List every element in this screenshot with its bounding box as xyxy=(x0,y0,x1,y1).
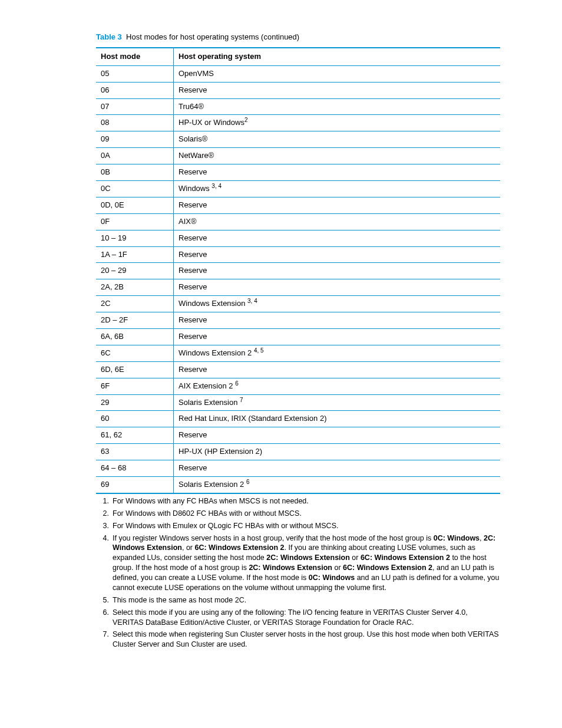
table-row: 0FAIX® xyxy=(96,213,500,230)
cell-host-mode: 0C xyxy=(96,181,174,197)
table-row: 6CWindows Extension 2 4, 5 xyxy=(96,345,500,361)
cell-host-mode: 6D, 6E xyxy=(96,361,174,378)
footnote-ref: 6 xyxy=(235,380,239,386)
footnote-number: 4. xyxy=(96,533,113,593)
cell-host-mode: 0B xyxy=(96,164,174,181)
footnote-text: For Windows with D8602 FC HBAs with or w… xyxy=(113,509,500,519)
table-row: 2D – 2FReserve xyxy=(96,312,500,329)
cell-host-os: Red Hat Linux, IRIX (Standard Extension … xyxy=(174,411,501,427)
footnote-number: 2. xyxy=(96,509,113,519)
cell-host-mode: 61, 62 xyxy=(96,427,174,444)
cell-host-mode: 09 xyxy=(96,131,174,148)
cell-host-os: Reserve xyxy=(174,197,501,213)
footnote: 1.For Windows with any FC HBAs when MSCS… xyxy=(96,496,500,506)
footnote: 7.Select this mode when registering Sun … xyxy=(96,630,500,650)
table-row: 63HP-UX (HP Extension 2) xyxy=(96,444,500,460)
table-caption: Table 3 Host modes for host operating sy… xyxy=(96,32,500,42)
column-header-os: Host operating system xyxy=(174,48,501,65)
table-row: 07Tru64® xyxy=(96,98,500,115)
table-row: 61, 62Reserve xyxy=(96,427,500,444)
footnote-text: For Windows with any FC HBAs when MSCS i… xyxy=(113,496,500,506)
column-header-mode: Host mode xyxy=(96,48,174,65)
footnote: 2.For Windows with D8602 FC HBAs with or… xyxy=(96,509,500,519)
cell-host-os: Solaris Extension 7 xyxy=(174,394,501,411)
table-label: Table 3 xyxy=(96,32,122,41)
cell-host-mode: 20 – 29 xyxy=(96,263,174,279)
cell-host-mode: 29 xyxy=(96,394,174,411)
cell-host-os: Windows Extension 3, 4 xyxy=(174,296,501,312)
cell-host-os: Solaris® xyxy=(174,131,501,148)
cell-host-os: HP-UX or Windows2 xyxy=(174,115,501,131)
table-row: 0D, 0EReserve xyxy=(96,197,500,213)
table-row: 6FAIX Extension 2 6 xyxy=(96,378,500,394)
footnote-text: For Windows with Emulex or QLogic FC HBA… xyxy=(113,521,500,531)
footnotes: 1.For Windows with any FC HBAs when MSCS… xyxy=(96,496,500,650)
table-row: 08HP-UX or Windows2 xyxy=(96,115,500,131)
table-row: 1A – 1FReserve xyxy=(96,246,500,263)
table-row: 2A, 2BReserve xyxy=(96,279,500,296)
cell-host-os: Tru64® xyxy=(174,98,501,115)
footnote-number: 6. xyxy=(96,608,113,628)
table-row: 09Solaris® xyxy=(96,131,500,148)
cell-host-mode: 6C xyxy=(96,345,174,361)
cell-host-mode: 2C xyxy=(96,296,174,312)
footnote-text: Select this mode if you are using any of… xyxy=(113,608,500,628)
cell-host-mode: 63 xyxy=(96,444,174,460)
cell-host-mode: 0D, 0E xyxy=(96,197,174,213)
table-row: 69Solaris Extension 2 6 xyxy=(96,477,500,493)
cell-host-os: Reserve xyxy=(174,82,501,98)
footnote-ref: 3, 4 xyxy=(247,298,257,304)
cell-host-os: Reserve xyxy=(174,246,501,263)
footnote: 6.Select this mode if you are using any … xyxy=(96,608,500,628)
cell-host-os: NetWare® xyxy=(174,148,501,164)
cell-host-os: Reserve xyxy=(174,460,501,477)
cell-host-os: AIX® xyxy=(174,213,501,230)
cell-host-mode: 06 xyxy=(96,82,174,98)
cell-host-os: HP-UX (HP Extension 2) xyxy=(174,444,501,460)
cell-host-mode: 2A, 2B xyxy=(96,279,174,296)
footnote-ref: 2 xyxy=(244,117,248,123)
footnote-text: Select this mode when registering Sun Cl… xyxy=(113,630,500,650)
cell-host-mode: 05 xyxy=(96,65,174,82)
footnote-ref: 7 xyxy=(240,396,243,403)
cell-host-mode: 64 – 68 xyxy=(96,460,174,477)
footnote-text: If you register Windows server hosts in … xyxy=(113,533,500,593)
cell-host-mode: 1A – 1F xyxy=(96,246,174,263)
cell-host-mode: 10 – 19 xyxy=(96,230,174,246)
footnote-number: 3. xyxy=(96,521,113,531)
cell-host-mode: 0A xyxy=(96,148,174,164)
cell-host-os: Reserve xyxy=(174,230,501,246)
footnote-number: 5. xyxy=(96,595,113,605)
host-modes-table: Host mode Host operating system 05OpenVM… xyxy=(96,47,500,494)
cell-host-mode: 0F xyxy=(96,213,174,230)
cell-host-mode: 2D – 2F xyxy=(96,312,174,329)
table-row: 2CWindows Extension 3, 4 xyxy=(96,296,500,312)
cell-host-os: Reserve xyxy=(174,329,501,345)
table-row: 0CWindows 3, 4 xyxy=(96,181,500,197)
footnote: 3.For Windows with Emulex or QLogic FC H… xyxy=(96,521,500,531)
footnote-ref: 3, 4 xyxy=(211,183,222,189)
footnote-ref: 6 xyxy=(246,479,250,485)
table-row: 6A, 6BReserve xyxy=(96,329,500,345)
footnote-ref: 4, 5 xyxy=(254,347,264,354)
footnote-text: This mode is the same as host mode 2C. xyxy=(113,595,500,605)
cell-host-os: Reserve xyxy=(174,427,501,444)
table-row: 60Red Hat Linux, IRIX (Standard Extensio… xyxy=(96,411,500,427)
cell-host-os: Reserve xyxy=(174,279,501,296)
cell-host-os: Reserve xyxy=(174,361,501,378)
cell-host-os: OpenVMS xyxy=(174,65,501,82)
table-caption-text: Host modes for host operating systems (c… xyxy=(126,32,299,41)
cell-host-mode: 6A, 6B xyxy=(96,329,174,345)
cell-host-mode: 69 xyxy=(96,477,174,493)
footnote-number: 7. xyxy=(96,630,113,650)
table-row: 10 – 19Reserve xyxy=(96,230,500,246)
cell-host-os: Windows Extension 2 4, 5 xyxy=(174,345,501,361)
cell-host-os: Windows 3, 4 xyxy=(174,181,501,197)
document-page: Table 3 Host modes for host operating sy… xyxy=(0,0,562,728)
table-row: 29Solaris Extension 7 xyxy=(96,394,500,411)
footnote: 5.This mode is the same as host mode 2C. xyxy=(96,595,500,605)
cell-host-mode: 07 xyxy=(96,98,174,115)
table-row: 06Reserve xyxy=(96,82,500,98)
table-row: 20 – 29Reserve xyxy=(96,263,500,279)
table-row: 64 – 68Reserve xyxy=(96,460,500,477)
